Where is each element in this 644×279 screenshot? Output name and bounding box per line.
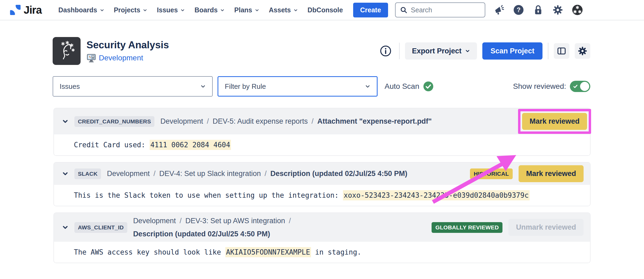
crumb-project[interactable]: Development: [133, 216, 176, 226]
findings-list: CREDIT_CARD_NUMBERS Development / DEV-5:…: [53, 108, 591, 263]
crumb-location: Description (updated 02/Jul/25 4:50 PM): [133, 229, 270, 239]
crumb-issue[interactable]: DEV-5: Audit expense reports: [213, 116, 308, 126]
layout-panel-button[interactable]: [554, 43, 569, 59]
chevron-down-icon: [143, 6, 147, 14]
chevron-down-icon: [180, 6, 185, 14]
crumb-project[interactable]: Development: [107, 169, 150, 178]
finding-content: The AWS access key should look like AKIA…: [54, 242, 590, 263]
finding-content: This is the Slack token to use when sett…: [54, 185, 590, 206]
monitor-icon: [86, 53, 96, 63]
scope-select[interactable]: Issues: [53, 76, 213, 97]
historical-badge: HISTORICAL: [470, 168, 513, 179]
check-icon: [573, 84, 578, 89]
jira-logo[interactable]: Jira: [9, 4, 42, 16]
nav-icon-group: ?: [493, 4, 583, 16]
brand-name: Jira: [24, 4, 42, 16]
create-button[interactable]: Create: [353, 3, 388, 17]
unmark-reviewed-button[interactable]: Unmark reviewed: [508, 219, 584, 236]
avatar[interactable]: [572, 4, 583, 16]
finding-card-aws: AWS_CLIENT_ID Development / DEV-3: Set u…: [53, 212, 591, 263]
gear-icon: [577, 46, 588, 56]
filter-by-rule-select[interactable]: Filter by Rule: [218, 76, 378, 97]
show-reviewed-label: Show reviewed:: [513, 82, 566, 91]
finding-content: Credit Card used: 4111 0062 2084 4604: [54, 134, 590, 155]
chevron-down-icon: [255, 6, 259, 14]
chevron-down-icon: [365, 84, 370, 89]
search-input[interactable]: [411, 6, 480, 14]
jira-logo-icon: [9, 4, 21, 16]
page-title: Security Analysis: [86, 39, 169, 51]
project-avatar: [53, 37, 81, 65]
nav-item-plans[interactable]: Plans: [229, 6, 264, 14]
secret-snippet: The AWS access key should look like AKIA…: [74, 248, 361, 256]
rule-badge: AWS_CLIENT_ID: [74, 222, 127, 233]
divider: [399, 43, 400, 59]
frost-face-icon: [55, 39, 78, 63]
gear-icon[interactable]: [552, 4, 563, 16]
crumb-location: Attachment "expense-report.pdf": [317, 116, 432, 126]
finding-card-slack: SLACK Development / DEV-4: Set up Slack …: [53, 162, 591, 206]
divider: [548, 43, 548, 59]
globally-reviewed-badge: GLOBALLY REVIEWED: [432, 222, 502, 233]
filter-row: Issues Filter by Rule Auto Scan Show rev…: [53, 76, 590, 97]
nav-item-dashboards[interactable]: Dashboards: [53, 6, 109, 14]
show-reviewed-toggle[interactable]: [570, 81, 590, 92]
crumb-issue[interactable]: DEV-3: Set up AWS integration: [185, 216, 285, 226]
nav-item-issues[interactable]: Issues: [152, 6, 190, 14]
chevron-down-icon: [100, 6, 104, 14]
show-reviewed-control: Show reviewed:: [513, 81, 590, 92]
finding-header: CREDIT_CARD_NUMBERS Development / DEV-5:…: [54, 108, 590, 134]
top-navigation-bar: Jira Dashboards Projects Issues Boards P…: [0, 0, 644, 20]
breadcrumb: Development / DEV-4: Set up Slack integr…: [107, 169, 407, 178]
megaphone-icon[interactable]: [493, 4, 505, 16]
secret-value: xoxo-523423-234243-234233-e039d02840a0b9…: [343, 190, 530, 200]
finding-card-credit-card: CREDIT_CARD_NUMBERS Development / DEV-5:…: [53, 108, 591, 156]
mark-reviewed-button[interactable]: Mark reviewed: [519, 165, 584, 182]
annotation-highlight-box: Mark reviewed: [518, 109, 591, 134]
svg-text:?: ?: [517, 6, 520, 13]
nav-item-dbconsole[interactable]: DbConsole: [303, 6, 348, 14]
chevron-down-icon: [294, 6, 298, 14]
nav-item-projects[interactable]: Projects: [109, 6, 152, 14]
breadcrumb: Development / DEV-5: Audit expense repor…: [160, 116, 432, 126]
chevron-down-icon: [465, 49, 470, 53]
finding-header: AWS_CLIENT_ID Development / DEV-3: Set u…: [54, 213, 590, 242]
finding-header: SLACK Development / DEV-4: Set up Slack …: [54, 163, 590, 185]
secret-snippet: This is the Slack token to use when sett…: [74, 191, 530, 199]
auto-scan-status: Auto Scan: [385, 81, 434, 92]
collapse-chevron-icon[interactable]: [62, 224, 68, 231]
secret-value: 4111 0062 2084 4604: [150, 140, 231, 150]
lock-icon[interactable]: [533, 4, 544, 16]
jira-security-analysis-page: Jira Dashboards Projects Issues Boards P…: [0, 0, 644, 279]
nav-item-assets[interactable]: Assets: [264, 6, 303, 14]
crumb-issue[interactable]: DEV-4: Set up Slack integration: [159, 169, 261, 178]
crumb-location: Description (updated 02/Jul/25 4:50 PM): [270, 169, 407, 178]
global-search[interactable]: [395, 2, 485, 17]
check-circle-icon: [423, 81, 434, 92]
header-text: Security Analysis Development: [86, 39, 169, 63]
settings-button[interactable]: [575, 43, 590, 59]
help-icon[interactable]: ?: [513, 4, 524, 16]
breadcrumb: Development / DEV-3: Set up AWS integrat…: [133, 216, 340, 239]
mark-reviewed-button[interactable]: Mark reviewed: [522, 113, 587, 130]
panel-layout-icon: [557, 46, 566, 56]
chevron-down-icon: [200, 84, 206, 89]
page-header: Security Analysis Development Export Pro…: [53, 37, 590, 65]
rule-badge: SLACK: [74, 168, 101, 179]
collapse-chevron-icon[interactable]: [62, 118, 68, 125]
search-icon: [400, 6, 407, 14]
chevron-down-icon: [220, 6, 225, 14]
collapse-chevron-icon[interactable]: [62, 171, 68, 177]
scan-project-button[interactable]: Scan Project: [482, 42, 542, 60]
crumb-project[interactable]: Development: [160, 116, 203, 126]
secret-value: AKIAIO5FODNN7EXAMPLE: [225, 247, 311, 257]
info-icon[interactable]: [380, 45, 392, 57]
nav-item-boards[interactable]: Boards: [190, 6, 229, 14]
export-project-button[interactable]: Export Project: [405, 42, 477, 60]
project-breadcrumb-link[interactable]: Development: [99, 54, 143, 62]
rule-badge: CREDIT_CARD_NUMBERS: [74, 116, 154, 127]
secret-snippet: Credit Card used: 4111 0062 2084 4604: [74, 141, 231, 149]
toggle-knob: [580, 82, 589, 91]
header-actions: Export Project Scan Project: [380, 42, 590, 60]
